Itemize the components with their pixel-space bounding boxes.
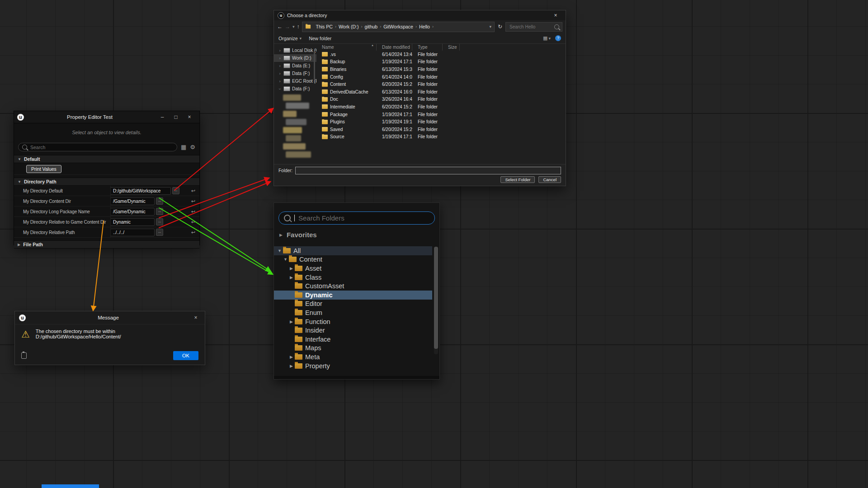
folder-tree-item[interactable]: ▶Property — [274, 361, 432, 371]
explorer-search-input[interactable] — [509, 24, 554, 30]
expander-icon[interactable]: ▼ — [18, 157, 21, 161]
property-value-field[interactable]: D:/github/GitWorkspace — [110, 187, 171, 195]
property-value-field[interactable]: /Game/Dynamic — [110, 208, 155, 216]
reset-to-default-icon[interactable]: ↩ — [191, 198, 195, 204]
folder-tree-item[interactable]: CustomAsset — [274, 282, 432, 291]
breadcrumb-segment[interactable]: github — [363, 24, 380, 29]
back-button[interactable]: ← — [277, 23, 283, 30]
address-dropdown-icon[interactable]: ▾ — [489, 24, 491, 29]
drive-tree-item[interactable]: ›Work (D:) — [274, 54, 316, 62]
reset-to-default-icon[interactable]: ↩ — [191, 209, 195, 215]
organize-menu[interactable]: Organize ▾ — [278, 36, 302, 41]
folder-tree-item[interactable]: Editor — [274, 300, 432, 309]
search-input[interactable] — [18, 143, 177, 151]
history-dropdown-icon[interactable]: ▾ — [292, 24, 295, 29]
expander-icon[interactable]: › — [278, 87, 282, 91]
dialog-titlebar[interactable]: Choose a directory × — [274, 10, 566, 20]
forward-button[interactable]: → — [285, 23, 290, 30]
browse-ellipsis-button[interactable]: ... — [156, 218, 163, 225]
expander-icon[interactable]: ▶ — [279, 233, 283, 237]
new-folder-button[interactable]: New folder — [309, 36, 331, 41]
file-row[interactable]: Source1/19/2024 17:17File folder — [316, 133, 566, 141]
minimize-button[interactable]: – — [156, 114, 169, 120]
file-row[interactable]: Config6/14/2024 14:03File folder — [316, 73, 566, 81]
select-folder-button[interactable]: Select Folder — [500, 176, 535, 183]
search-field[interactable] — [18, 143, 177, 151]
close-button[interactable]: × — [549, 12, 562, 19]
folder-tree-item[interactable]: ▼Content — [274, 255, 432, 264]
up-button[interactable]: ↑ — [297, 23, 300, 30]
expander-icon[interactable]: › — [278, 56, 282, 61]
browse-ellipsis-button[interactable]: ... — [156, 197, 163, 205]
drive-tree-item[interactable]: ›Data (F:) — [274, 70, 316, 77]
cancel-button[interactable]: Cancel — [538, 176, 561, 183]
ok-button[interactable]: OK — [173, 351, 198, 360]
file-row[interactable]: Backup1/19/2024 17:15File folder — [316, 58, 566, 66]
reset-to-default-icon[interactable]: ↩ — [191, 219, 195, 225]
expander-icon[interactable]: ▶ — [288, 319, 294, 324]
breadcrumb-segment[interactable]: This PC — [314, 24, 335, 29]
message-titlebar[interactable]: Message × — [15, 311, 205, 324]
column-header[interactable]: Size — [443, 44, 460, 51]
file-row[interactable]: Content6/20/2024 15:28File folder — [316, 80, 566, 88]
folder-tree-item[interactable]: Maps — [274, 344, 432, 353]
expander-icon[interactable]: ▶ — [288, 266, 294, 271]
folder-tree-item[interactable]: Enum — [274, 308, 432, 317]
section-file-path[interactable]: ▶ File Path — [14, 240, 199, 249]
folder-tree-item[interactable]: Insider — [274, 326, 432, 335]
reset-to-default-icon[interactable]: ↩ — [191, 230, 195, 235]
folder-tree-item[interactable]: ▶Asset — [274, 264, 432, 273]
expander-icon[interactable]: › — [278, 71, 282, 76]
browse-ellipsis-button[interactable]: ... — [156, 229, 163, 236]
section-directory-path[interactable]: ▼ Directory Path — [14, 178, 199, 186]
close-button[interactable]: × — [191, 314, 201, 321]
folder-tree-item[interactable]: ▶Function — [274, 317, 432, 326]
explorer-search-field[interactable] — [505, 22, 562, 32]
column-header[interactable]: Name▲ — [316, 44, 377, 51]
expander-icon[interactable]: › — [278, 48, 282, 53]
folder-search-field[interactable]: Search Folders — [278, 211, 435, 225]
expander-icon[interactable]: ▼ — [18, 180, 21, 184]
property-editor-titlebar[interactable]: Property Editor Test – □ × — [14, 111, 199, 123]
column-header[interactable]: Type — [412, 44, 443, 51]
folder-tree-item[interactable]: Dynamic — [274, 291, 432, 300]
tree-scrollbar[interactable] — [314, 51, 315, 80]
view-mode-icon[interactable]: ▦ ▾ — [543, 35, 551, 41]
property-value-field[interactable]: Dynamic — [110, 218, 155, 226]
display-options-icon[interactable]: ▦ — [181, 144, 186, 150]
drive-tree-item[interactable]: ›Data (F:) — [274, 85, 316, 93]
file-row[interactable]: Plugins1/19/2024 19:10File folder — [316, 118, 566, 126]
expander-icon[interactable]: ▶ — [18, 243, 20, 247]
folder-tree-item[interactable]: Interface — [274, 335, 432, 344]
breadcrumb-bar[interactable]: This PC›Work (D:)›github›GitWorkspace›He… — [302, 22, 495, 32]
folder-tree-item[interactable]: ▶Meta — [274, 352, 432, 361]
expander-icon[interactable]: ▶ — [288, 355, 294, 359]
help-icon[interactable]: ? — [555, 35, 561, 41]
favorites-section[interactable]: ▶ Favorites — [279, 231, 317, 239]
settings-gear-icon[interactable]: ⚙ — [190, 144, 195, 150]
drive-tree-item[interactable]: ›EGC Root (P:) — [274, 77, 316, 85]
breadcrumb-segment[interactable]: GitWorkspace — [382, 24, 415, 29]
drive-tree-item[interactable]: ›Local Disk (C:) — [274, 47, 316, 54]
file-row[interactable]: .vs6/14/2024 13:44File folder — [316, 51, 566, 58]
property-value-field[interactable]: /Game/Dynamic — [110, 197, 155, 205]
maximize-button[interactable]: □ — [169, 114, 183, 120]
file-row[interactable]: DerivedDataCache6/13/2024 16:03File fold… — [316, 88, 566, 96]
folder-tree-item[interactable]: ▼All — [274, 246, 432, 255]
browse-ellipsis-button[interactable]: ... — [172, 187, 179, 194]
file-row[interactable]: Package1/19/2024 17:17File folder — [316, 111, 566, 118]
scrollbar-thumb[interactable] — [434, 247, 438, 349]
breadcrumb-segment[interactable]: Hello — [417, 24, 432, 29]
file-row[interactable]: Doc3/26/2024 16:41File folder — [316, 96, 566, 103]
file-row[interactable]: Binaries6/13/2024 15:39File folder — [316, 66, 566, 73]
file-row[interactable]: Intermediate6/20/2024 15:28File folder — [316, 103, 566, 111]
expander-icon[interactable]: › — [278, 79, 282, 84]
print-values-button[interactable]: Print Values — [26, 165, 61, 173]
expander-icon[interactable]: ▶ — [288, 275, 294, 280]
file-row[interactable]: Saved6/20/2024 15:29File folder — [316, 126, 566, 133]
drive-tree-item[interactable]: ›Data (E:) — [274, 62, 316, 70]
expander-icon[interactable]: › — [278, 64, 282, 68]
scrollbar-track[interactable] — [434, 247, 438, 354]
refresh-icon[interactable]: ↻ — [497, 23, 503, 30]
breadcrumb-segment[interactable]: Work (D:) — [337, 24, 361, 29]
